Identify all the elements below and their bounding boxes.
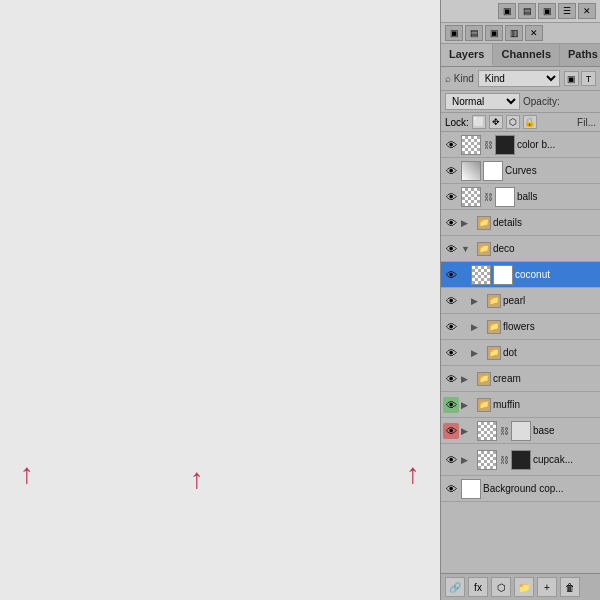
layer-item-muffin[interactable]: 👁 ▶ 📁 muffin — [441, 392, 600, 418]
chain-icon-13: ⛓ — [499, 452, 509, 468]
visibility-icon-5[interactable]: 👁 — [443, 241, 459, 257]
layer-item-cream[interactable]: 👁 ▶ 📁 cream — [441, 366, 600, 392]
layer-thumb-12 — [477, 421, 497, 441]
expand-13[interactable]: ▶ — [461, 455, 475, 465]
layer-icon-a[interactable]: ▣ — [445, 25, 463, 41]
layer-item-background[interactable]: 👁 Background cop... — [441, 476, 600, 502]
folder-icon-flowers: 📁 — [487, 320, 501, 334]
toolbar-icon-5[interactable]: ✕ — [578, 3, 596, 19]
toolbar-icon-2[interactable]: ▤ — [518, 3, 536, 19]
layer-name-10: cream — [493, 373, 598, 384]
bottom-icon-link[interactable]: 🔗 — [445, 577, 465, 597]
canvas-background — [0, 0, 440, 600]
layer-name-7: pearl — [503, 295, 598, 306]
filter-label: ⌕ Kind — [445, 73, 474, 84]
lock-label: Lock: — [445, 117, 469, 128]
layer-icon-d[interactable]: ▥ — [505, 25, 523, 41]
layer-item-flowers[interactable]: 👁 ▶ 📁 flowers — [441, 314, 600, 340]
filter-icon-1[interactable]: ▣ — [564, 71, 579, 86]
layer-name-14: Background cop... — [483, 483, 598, 494]
layer-item-deco[interactable]: 👁 ▼ 📁 deco — [441, 236, 600, 262]
visibility-icon-9[interactable]: 👁 — [443, 345, 459, 361]
layer-thumb-1b — [495, 135, 515, 155]
layer-thumb-3b — [495, 187, 515, 207]
panel-tabs: Layers Channels Paths — [441, 44, 600, 67]
lock-row: Lock: ⬜ ✥ ⬡ 🔒 Fil... — [441, 113, 600, 132]
chain-icon-3: ⛓ — [483, 189, 493, 205]
lock-icon-4[interactable]: 🔒 — [523, 115, 537, 129]
arrow-right: ↑ — [406, 458, 420, 490]
visibility-icon-4[interactable]: 👁 — [443, 215, 459, 231]
folder-icon-dot: 📁 — [487, 346, 501, 360]
toolbar-icon-3[interactable]: ▣ — [538, 3, 556, 19]
layer-name-12: base — [533, 425, 598, 436]
layer-name-9: dot — [503, 347, 598, 358]
visibility-icon-7[interactable]: 👁 — [443, 293, 459, 309]
bottom-icon-trash[interactable]: 🗑 — [560, 577, 580, 597]
layer-item-color-b[interactable]: 👁 ⛓ color b... — [441, 132, 600, 158]
arrow-left: ↑ — [20, 458, 34, 490]
visibility-icon-2[interactable]: 👁 — [443, 163, 459, 179]
lock-icon-2[interactable]: ✥ — [489, 115, 503, 129]
layer-icon-e[interactable]: ✕ — [525, 25, 543, 41]
layer-name-4: details — [493, 217, 598, 228]
layer-item-coconut[interactable]: 👁 coconut — [441, 262, 600, 288]
layer-thumb-2b — [483, 161, 503, 181]
blend-mode-select[interactable]: Normal — [445, 93, 520, 110]
folder-icon-muffin: 📁 — [477, 398, 491, 412]
layer-icon-c[interactable]: ▣ — [485, 25, 503, 41]
bottom-icon-fx[interactable]: fx — [468, 577, 488, 597]
expand-details[interactable]: ▶ — [461, 218, 475, 228]
layer-thumb-1 — [461, 135, 481, 155]
expand-dot[interactable]: ▶ — [471, 348, 485, 358]
expand-flowers[interactable]: ▶ — [471, 322, 485, 332]
toolbar-icon-4[interactable]: ☰ — [558, 3, 576, 19]
expand-deco[interactable]: ▼ — [461, 244, 475, 254]
visibility-icon-12[interactable]: 👁 — [443, 423, 459, 439]
layer-item-curves[interactable]: 👁 Curves — [441, 158, 600, 184]
expand-cream[interactable]: ▶ — [461, 374, 475, 384]
opacity-label: Opacity: — [523, 96, 560, 107]
visibility-icon-13[interactable]: 👁 — [443, 452, 459, 468]
visibility-icon-6[interactable]: 👁 — [443, 267, 459, 283]
filter-icons: ▣ T — [564, 71, 596, 86]
layer-item-details[interactable]: 👁 ▶ 📁 details — [441, 210, 600, 236]
layer-thumb-6b — [493, 265, 513, 285]
toolbar-row2: ▣ ▤ ▣ ▥ ✕ — [441, 23, 600, 44]
bottom-icon-mask[interactable]: ⬡ — [491, 577, 511, 597]
arrow-center: ↑ — [190, 463, 204, 495]
bottom-icon-new[interactable]: + — [537, 577, 557, 597]
layer-item-dot[interactable]: 👁 ▶ 📁 dot — [441, 340, 600, 366]
chain-icon-1: ⛓ — [483, 137, 493, 153]
tab-paths[interactable]: Paths — [560, 44, 600, 66]
layer-icon-b[interactable]: ▤ — [465, 25, 483, 41]
toolbar-icon-1[interactable]: ▣ — [498, 3, 516, 19]
bottom-icon-folder[interactable]: 📁 — [514, 577, 534, 597]
layer-name-5: deco — [493, 243, 598, 254]
visibility-icon-1[interactable]: 👁 — [443, 137, 459, 153]
filter-icon-T[interactable]: T — [581, 71, 596, 86]
tab-layers[interactable]: Layers — [441, 44, 493, 66]
layer-item-base[interactable]: 👁 ▶ ⛓ base — [441, 418, 600, 444]
tab-channels[interactable]: Channels — [493, 44, 560, 66]
visibility-icon-14[interactable]: 👁 — [443, 481, 459, 497]
layers-panel: ▣ ▤ ▣ ☰ ✕ ▣ ▤ ▣ ▥ ✕ Layers Channels Path… — [440, 0, 600, 600]
layer-item-pearl[interactable]: 👁 ▶ 📁 pearl — [441, 288, 600, 314]
visibility-icon-10[interactable]: 👁 — [443, 371, 459, 387]
filter-select[interactable]: Kind — [478, 70, 560, 87]
lock-icon-3[interactable]: ⬡ — [506, 115, 520, 129]
expand-muffin[interactable]: ▶ — [461, 400, 475, 410]
layer-name-8: flowers — [503, 321, 598, 332]
visibility-icon-8[interactable]: 👁 — [443, 319, 459, 335]
layer-item-cupcake[interactable]: 👁 ▶ ⛓ cupcak... — [441, 444, 600, 476]
layer-thumb-13b — [511, 450, 531, 470]
layer-item-balls[interactable]: 👁 ⛓ balls — [441, 184, 600, 210]
lock-icon-1[interactable]: ⬜ — [472, 115, 486, 129]
layer-thumb-3 — [461, 187, 481, 207]
expand-pearl[interactable]: ▶ — [471, 296, 485, 306]
layer-thumb-13 — [477, 450, 497, 470]
expand-base[interactable]: ▶ — [461, 426, 475, 436]
visibility-icon-11[interactable]: 👁 — [443, 397, 459, 413]
layer-name-11: muffin — [493, 399, 598, 410]
visibility-icon-3[interactable]: 👁 — [443, 189, 459, 205]
